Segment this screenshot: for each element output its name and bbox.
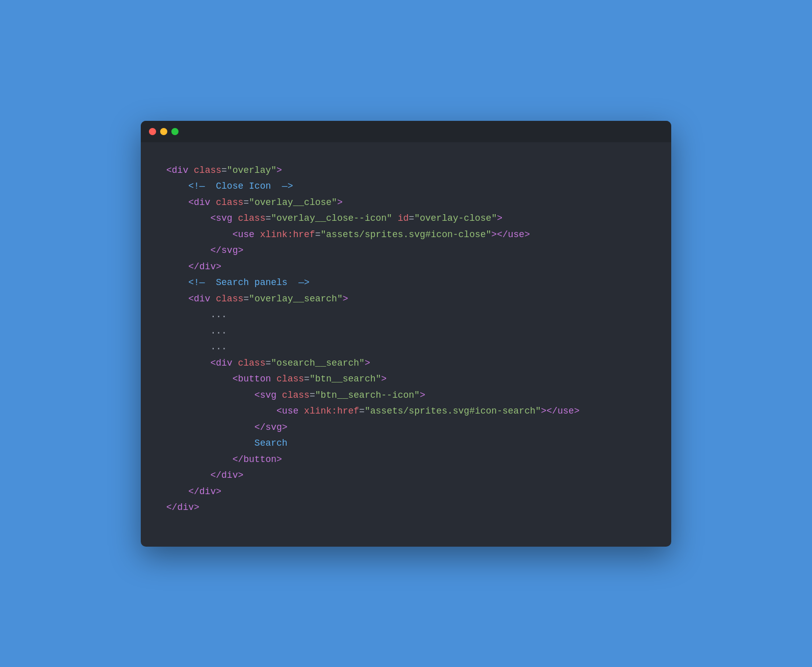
code-window: <div class="overlay"> <!— Close Icon —> …: [141, 121, 671, 547]
code-line-8: <!— Search panels —>: [166, 275, 646, 291]
code-line-17: </svg>: [166, 420, 646, 436]
code-line-14: <button class="btn__search">: [166, 371, 646, 388]
code-line-3: <div class="overlay__close">: [166, 195, 646, 211]
code-line-18: Search: [166, 435, 646, 452]
code-line-11: ...: [166, 323, 646, 340]
code-line-9: <div class="overlay__search">: [166, 291, 646, 307]
title-bar: [141, 121, 671, 142]
code-line-12: ...: [166, 339, 646, 355]
code-line-15: <svg class="btn__search--icon">: [166, 388, 646, 404]
code-line-16: <use xlink:href="assets/sprites.svg#icon…: [166, 403, 646, 420]
code-line-22: </div>: [166, 500, 646, 516]
code-line-6: </svg>: [166, 243, 646, 259]
code-line-10: ...: [166, 307, 646, 323]
code-line-1: <div class="overlay">: [166, 163, 646, 179]
code-line-20: </div>: [166, 468, 646, 484]
code-line-13: <div class="osearch__search">: [166, 355, 646, 372]
code-line-21: </div>: [166, 484, 646, 500]
close-button[interactable]: [149, 128, 156, 135]
code-line-2: <!— Close Icon —>: [166, 178, 646, 195]
code-line-5: <use xlink:href="assets/sprites.svg#icon…: [166, 227, 646, 243]
maximize-button[interactable]: [171, 128, 179, 135]
code-area: <div class="overlay"> <!— Close Icon —> …: [141, 142, 671, 547]
code-line-4: <svg class="overlay__close--icon" id="ov…: [166, 211, 646, 227]
minimize-button[interactable]: [160, 128, 167, 135]
code-line-7: </div>: [166, 259, 646, 275]
code-line-19: </button>: [166, 452, 646, 468]
